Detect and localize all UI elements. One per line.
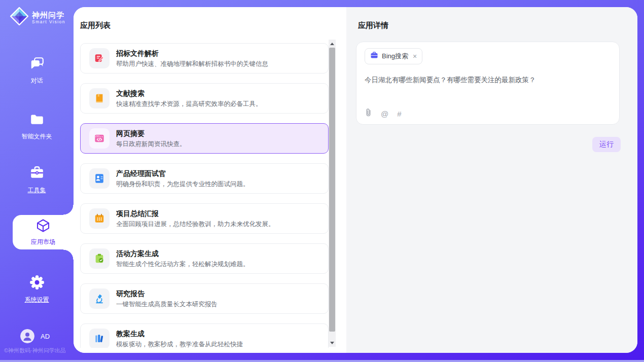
sidebar-item-label: 系统设置 <box>25 296 49 304</box>
run-button[interactable]: 运行 <box>592 137 621 152</box>
input-toolbar: @ # <box>365 108 402 119</box>
bottom-edge-strip <box>0 360 644 362</box>
app-card-lesson-plan[interactable]: 教案生成 模板驱动，教案秒成，教学准备从此轻松快捷 <box>80 323 329 348</box>
folder-icon <box>29 112 45 129</box>
app-list-title: 应用列表 <box>80 21 111 30</box>
app-card-description: 模板驱动，教案秒成，教学准备从此轻松快捷 <box>116 340 243 348</box>
toolbox-icon <box>29 165 45 183</box>
app-card-description: 全面回顾项目进展，总结经验教训，助力未来优化发展。 <box>116 220 275 228</box>
briefcase-icon <box>370 51 378 61</box>
user-account[interactable]: AD <box>20 329 50 343</box>
sidebar-item-chat[interactable]: 对话 <box>0 56 74 85</box>
app-card-title: 网页摘要 <box>116 129 186 138</box>
webpage-code-icon <box>89 128 110 149</box>
app-card-title: 教案生成 <box>116 330 243 338</box>
brand-subtitle: Smart Vision <box>32 19 65 24</box>
app-card-title: 招标文件解析 <box>116 49 268 58</box>
app-card-description: 快速精准查找学术资源，提高研究效率的必备工具。 <box>116 100 262 108</box>
query-input-card: Bing搜索 × 今日湖北有哪些新闻要点？有哪些需要关注的最新政策？ @ # <box>356 42 620 125</box>
app-detail-panel: 应用详情 Bing搜索 × 今日湖北有哪些新闻要点？有哪些需要关注的最新政策？ <box>346 7 637 353</box>
scroll-up-arrow-icon[interactable] <box>329 41 336 47</box>
app-card-title: 研究报告 <box>116 289 218 298</box>
brand-diamond-icon <box>10 7 29 28</box>
active-tab-curve-bottom <box>63 249 74 260</box>
mention-icon[interactable]: @ <box>381 110 388 118</box>
app-list-scroll-area: 招标文件解析 帮助用户快速、准确地理解和解析招标书中的关键信息 文献搜索 快速精… <box>80 43 329 348</box>
brand-logo: 神州问学 Smart Vision <box>10 7 65 28</box>
gear-icon <box>29 275 45 292</box>
app-card-bid-parse[interactable]: 招标文件解析 帮助用户快速、准确地理解和解析招标书中的关键信息 <box>80 43 329 74</box>
app-card-title: 文献搜索 <box>116 89 262 98</box>
query-text-input[interactable]: 今日湖北有哪些新闻要点？有哪些需要关注的最新政策？ <box>365 76 608 85</box>
scroll-down-arrow-icon[interactable] <box>329 340 336 346</box>
interviewer-icon <box>89 168 110 189</box>
book-icon <box>89 88 110 108</box>
sidebar-item-label: 应用市场 <box>31 238 55 246</box>
app-card-pm-interviewer[interactable]: 产品经理面试官 明确身份和职责，为您提供专业性的面试问题。 <box>80 163 329 194</box>
sidebar-item-label: 对话 <box>31 77 43 85</box>
app-card-description: 明确身份和职责，为您提供专业性的面试问题。 <box>116 180 249 188</box>
avatar <box>20 329 34 343</box>
hash-icon[interactable]: # <box>397 110 401 118</box>
copyright-footer: ©神州数码·神州问学出品 <box>4 347 72 354</box>
tool-chip-bing-search[interactable]: Bing搜索 × <box>365 48 422 64</box>
user-initials: AD <box>41 333 50 340</box>
sidebar-item-settings[interactable]: 系统设置 <box>0 275 74 304</box>
app-card-description: 帮助用户快速、准确地理解和解析招标书中的关键信息 <box>116 60 268 68</box>
chip-close-icon[interactable]: × <box>413 53 417 60</box>
calendar-report-icon <box>89 208 110 229</box>
app-card-literature-search[interactable]: 文献搜索 快速精准查找学术资源，提高研究效率的必备工具。 <box>80 83 329 114</box>
app-detail-title: 应用详情 <box>358 21 388 30</box>
app-card-description: 智能生成个性化活动方案，轻松解决规划难题。 <box>116 260 249 268</box>
app-card-description: 每日政府新闻资讯快查。 <box>116 140 186 148</box>
app-list-scrollbar[interactable] <box>329 40 336 347</box>
main-container: 应用列表 招标文件解析 帮助用户快速、准确地理解和解析招标书中的关键信息 <box>74 7 637 353</box>
chat-icon <box>29 56 45 73</box>
sidebar: 神州问学 Smart Vision 对话 智能文件夹 <box>0 0 74 362</box>
app-card-title: 产品经理面试官 <box>116 169 249 178</box>
books-icon <box>89 329 110 348</box>
microscope-icon <box>89 288 110 309</box>
tool-chip-label: Bing搜索 <box>382 52 408 61</box>
scrollbar-thumb[interactable] <box>329 48 335 332</box>
app-card-project-summary[interactable]: 项目总结汇报 全面回顾项目进展，总结经验教训，助力未来优化发展。 <box>80 203 329 234</box>
app-list-panel: 应用列表 招标文件解析 帮助用户快速、准确地理解和解析招标书中的关键信息 <box>74 7 346 353</box>
document-edit-icon <box>89 48 110 68</box>
sidebar-item-app-market-active[interactable]: 应用市场 <box>13 215 74 249</box>
sidebar-item-smart-folder[interactable]: 智能文件夹 <box>0 112 74 141</box>
paperclip-icon[interactable] <box>365 108 372 119</box>
app-card-description: 一键智能生成高质量长文本研究报告 <box>116 300 218 308</box>
cube-icon <box>35 218 51 235</box>
clipboard-check-icon <box>89 248 110 269</box>
app-card-title: 项目总结汇报 <box>116 209 275 218</box>
sidebar-item-label: 工具集 <box>28 186 46 195</box>
brand-name: 神州问学 <box>32 11 65 19</box>
sidebar-item-label: 智能文件夹 <box>22 132 52 141</box>
active-tab-curve-top <box>63 205 74 215</box>
sidebar-item-toolset[interactable]: 工具集 <box>0 165 74 195</box>
app-card-web-summary-selected[interactable]: 网页摘要 每日政府新闻资讯快查。 <box>80 123 329 154</box>
app-card-research-report[interactable]: 研究报告 一键智能生成高质量长文本研究报告 <box>80 283 329 314</box>
app-card-event-plan[interactable]: 活动方案生成 智能生成个性化活动方案，轻松解决规划难题。 <box>80 243 329 274</box>
app-card-title: 活动方案生成 <box>116 249 249 258</box>
